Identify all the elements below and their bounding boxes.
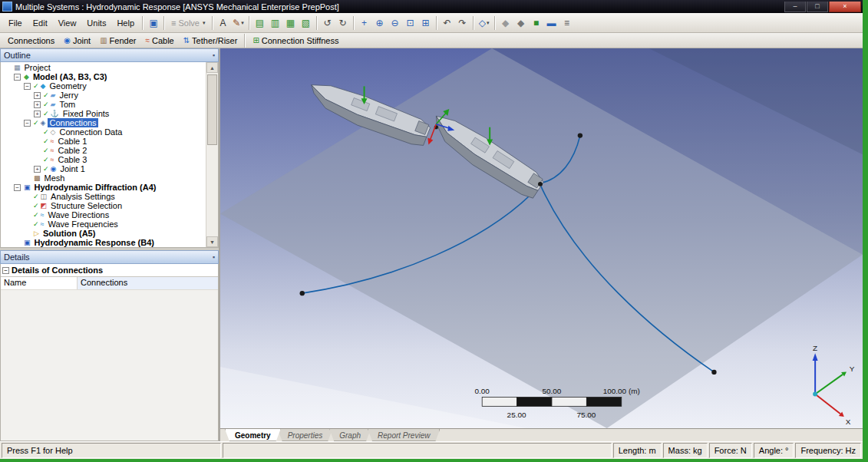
- next-view-icon[interactable]: ↷: [456, 16, 470, 30]
- details-group-row[interactable]: − Details of Connections: [1, 264, 218, 277]
- collapse-toggle[interactable]: −: [24, 83, 31, 90]
- tab-geometry[interactable]: Geometry: [225, 429, 281, 441]
- connection-stiffness-button[interactable]: ⊞Connection Stiffness: [248, 34, 343, 48]
- show-mesh-icon[interactable]: ■: [530, 16, 543, 30]
- check-icon: ✓: [43, 137, 49, 145]
- zoom-in-icon[interactable]: ⊕: [373, 16, 387, 30]
- project-icon: ▦: [14, 64, 21, 71]
- redo-view-icon[interactable]: ↻: [336, 16, 350, 30]
- tree-item-wave-frequencies[interactable]: ✓≈Wave Frequencies: [1, 219, 218, 229]
- status-filler: [223, 443, 612, 458]
- undo-view-icon[interactable]: ↺: [321, 16, 335, 30]
- maximize-button[interactable]: □: [807, 2, 828, 12]
- tree-item-fixed-points[interactable]: +✓⚓Fixed Points: [1, 109, 218, 118]
- analysis-system-icon: ▣: [24, 239, 31, 246]
- copy-icon[interactable]: ▤: [253, 16, 267, 30]
- toolbar-separator: [249, 16, 250, 30]
- menu-file[interactable]: File: [3, 16, 28, 30]
- box-zoom-icon[interactable]: ⊡: [404, 16, 417, 30]
- joint-button[interactable]: ◉Joint: [59, 34, 95, 48]
- part-icon: ▰: [51, 101, 56, 108]
- scale-label-0: 0.00: [474, 387, 490, 395]
- worksheet-icon[interactable]: A: [216, 16, 230, 30]
- expand-toggle[interactable]: +: [34, 111, 41, 117]
- tree-item-jerry[interactable]: +✓▰Jerry: [1, 91, 218, 100]
- tree-label: Wave Directions: [47, 210, 111, 219]
- tab-graph[interactable]: Graph: [329, 429, 371, 441]
- menu-edit[interactable]: Edit: [28, 16, 53, 30]
- save-icon[interactable]: ▣: [147, 16, 160, 30]
- tree-item-project[interactable]: ▦Project: [1, 63, 218, 72]
- expand-toggle[interactable]: +: [34, 101, 41, 108]
- cable-button[interactable]: ≈Cable: [140, 34, 178, 48]
- expand-toggle[interactable]: +: [34, 92, 41, 99]
- menu-units[interactable]: Units: [81, 16, 111, 30]
- scale-label-25: 25.00: [507, 411, 526, 419]
- cable-icon: ≈: [145, 36, 150, 45]
- tree-item-tom[interactable]: +✓▰Tom: [1, 100, 218, 109]
- details-value-cell[interactable]: Connections: [78, 277, 218, 289]
- status-help-text: Press F1 for Help: [2, 443, 221, 458]
- toolbar-separator: [436, 16, 437, 30]
- iso-view-icon[interactable]: ◇▾: [477, 16, 491, 30]
- main-area: Outline ▪ ▲ ▼ ▦Project−◆Model (A3, B3, C…: [0, 48, 863, 441]
- check-icon: ✓: [43, 128, 49, 136]
- expand-toggle[interactable]: +: [34, 166, 41, 173]
- chart-icon[interactable]: ▥: [269, 16, 282, 30]
- viewport[interactable]: 0.00 50.00 100.00 (m) 25.00 75.00: [220, 48, 863, 428]
- shaded-mode-icon[interactable]: ◆: [514, 16, 528, 30]
- tree-item-connection-data[interactable]: ✓◇Connection Data: [1, 127, 218, 137]
- viewports-icon[interactable]: ▬: [545, 16, 559, 30]
- collapse-toggle[interactable]: −: [24, 120, 31, 127]
- scroll-up-icon[interactable]: ▲: [206, 62, 218, 73]
- zoom-out-icon[interactable]: ⊖: [388, 16, 402, 30]
- minimize-button[interactable]: –: [784, 2, 806, 12]
- annotation-pen-icon[interactable]: ✎▾: [232, 16, 246, 30]
- tree-item-cable-2[interactable]: ✓≈Cable 2: [1, 146, 218, 155]
- tree-item-wave-directions[interactable]: ✓≈Wave Directions: [1, 210, 218, 219]
- wireframe-mode-icon[interactable]: ◆: [499, 16, 513, 30]
- scrollbar-thumb[interactable]: [207, 74, 217, 145]
- tree-item-hydrodynamic-response-b4[interactable]: ▣Hydrodynamic Response (B4): [1, 238, 218, 247]
- tree-item-connections[interactable]: −✓◈Connections: [1, 118, 218, 127]
- model-icon: ◆: [24, 73, 29, 81]
- tree-item-cable-1[interactable]: ✓≈Cable 1: [1, 137, 218, 146]
- fender-button[interactable]: ▥Fender: [95, 34, 140, 48]
- menu-help[interactable]: Help: [111, 16, 140, 30]
- connections-button[interactable]: Connections: [3, 34, 59, 48]
- tree-item-model-a3-b3-c3[interactable]: −◆Model (A3, B3, C3): [1, 72, 218, 81]
- tether-riser-button[interactable]: ⇅Tether/Riser: [179, 34, 243, 48]
- close-button[interactable]: ×: [829, 2, 861, 12]
- orientation-triad[interactable]: Z Y X: [813, 344, 855, 426]
- solve-icon: ≡: [171, 18, 176, 28]
- joint-icon: ◉: [64, 36, 71, 45]
- legend-icon[interactable]: ≡: [560, 16, 574, 30]
- collapse-toggle[interactable]: −: [14, 74, 21, 81]
- tree-item-mesh[interactable]: ▩Mesh: [1, 173, 218, 183]
- collapse-toggle[interactable]: −: [14, 184, 21, 191]
- tree-item-hydrodynamic-diffraction-a4[interactable]: −▣Hydrodynamic Diffraction (A4): [1, 183, 218, 192]
- tab-properties[interactable]: Properties: [278, 429, 333, 441]
- tree-item-geometry[interactable]: −✓◆Geometry: [1, 81, 218, 91]
- tree-item-joint-1[interactable]: +✓◉Joint 1: [1, 164, 218, 173]
- collapse-toggle[interactable]: −: [2, 267, 9, 274]
- tree-item-analysis-settings[interactable]: ✓◫Analysis Settings: [1, 192, 218, 201]
- outline-scrollbar[interactable]: ▲ ▼: [206, 62, 218, 247]
- connection-stiffness-icon: ⊞: [252, 36, 259, 45]
- tree-item-cable-3[interactable]: ✓≈Cable 3: [1, 155, 218, 164]
- tree-item-structure-selection[interactable]: ✓◩Structure Selection: [1, 201, 218, 210]
- solve-button[interactable]: ≡Solve▾: [168, 16, 208, 30]
- menu-view[interactable]: View: [53, 16, 82, 30]
- zoom-fit-icon[interactable]: ⊞: [419, 16, 433, 30]
- tree-item-solution-a5[interactable]: ▷Solution (A5): [1, 229, 218, 238]
- pan-icon[interactable]: +: [358, 16, 371, 30]
- prev-view-icon[interactable]: ↶: [441, 16, 454, 30]
- pin-icon[interactable]: ▪: [213, 51, 215, 59]
- tab-report-preview[interactable]: Report Preview: [368, 429, 440, 441]
- image-icon[interactable]: ▦: [284, 16, 298, 30]
- tree-label: Fixed Points: [61, 109, 111, 118]
- scroll-down-icon[interactable]: ▼: [206, 236, 218, 247]
- viewport-canvas[interactable]: 0.00 50.00 100.00 (m) 25.00 75.00: [220, 48, 863, 428]
- pin-icon[interactable]: ▪: [213, 253, 215, 261]
- report-icon[interactable]: ▧: [299, 16, 313, 30]
